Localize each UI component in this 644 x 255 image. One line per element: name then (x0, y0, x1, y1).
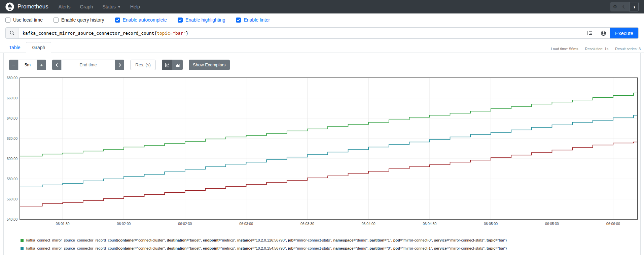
svg-text:06:04:00: 06:04:00 (362, 222, 375, 226)
svg-text:06:01:30: 06:01:30 (56, 222, 70, 226)
query-token-default: kafka_connect_mirror_source_connector_re… (23, 31, 157, 36)
range-input[interactable] (18, 60, 37, 70)
checked-checkbox-icon (236, 18, 241, 23)
checkbox-label: Enable autocomplete (123, 17, 167, 23)
tab-table[interactable]: Table (3, 42, 26, 53)
legend-item[interactable]: kafka_connect_mirror_source_connector_re… (21, 244, 640, 252)
search-addon (6, 28, 19, 38)
nav-link-alerts[interactable]: Alerts (54, 4, 75, 9)
query-stats: Load time: 56ms Resolution: 1s Result se… (551, 47, 641, 53)
checkbox-label: Enable highlighting (185, 17, 225, 23)
chevron-down-icon: ▼ (117, 5, 121, 9)
checked-checkbox-icon (178, 18, 183, 23)
graph-toolbar: − + (4, 53, 640, 70)
checkbox-label: Enable query history (61, 17, 104, 23)
nav-link-graph[interactable]: Graph (75, 4, 98, 9)
execute-button[interactable]: Execute (610, 28, 638, 38)
checked-checkbox-icon (115, 18, 120, 23)
contrast-icon: ◑ (632, 4, 635, 10)
nav-link-status[interactable]: Status▼ (98, 4, 126, 9)
prometheus-logo-icon (5, 2, 14, 11)
tabs-row: Table Graph Load time: 56ms Resolution: … (0, 41, 644, 53)
svg-text:06:02:00: 06:02:00 (117, 222, 131, 226)
navbar: Prometheus AlertsGraphStatus▼Help ⚙☾◑ (0, 0, 644, 13)
resolution-input[interactable] (130, 60, 156, 70)
range-decrease-button[interactable]: − (9, 60, 18, 70)
checkbox-enable-query-history[interactable]: Enable query history (53, 17, 104, 23)
contrast-theme-button[interactable]: ◑ (629, 2, 639, 11)
svg-text:06:05:30: 06:05:30 (545, 222, 559, 226)
brand-title: Prometheus (17, 3, 48, 10)
metrics-explorer-icon (587, 30, 593, 36)
theme-toggle-group: ⚙☾◑ (610, 2, 639, 11)
query-expression-input[interactable]: kafka_connect_mirror_source_connector_re… (19, 28, 583, 38)
line-chart-icon (165, 62, 170, 68)
stacked-chart-icon (175, 62, 180, 68)
svg-text:640.00: 640.00 (7, 116, 17, 120)
graph-panel: − + (3, 53, 641, 255)
svg-text:560.00: 560.00 (7, 197, 17, 201)
series-color-swatch (21, 239, 24, 242)
query-token-default: = (170, 31, 173, 36)
series-label-text: kafka_connect_mirror_source_connector_re… (26, 238, 507, 242)
svg-text:580.00: 580.00 (7, 177, 17, 181)
svg-text:06:06:00: 06:06:00 (606, 222, 620, 226)
nav-link-help[interactable]: Help (126, 4, 145, 9)
svg-text:540.00: 540.00 (7, 217, 17, 221)
checkbox-enable-linter[interactable]: Enable linter (236, 17, 270, 23)
nav-links: AlertsGraphStatus▼Help (54, 4, 145, 9)
query-icon-buttons (583, 28, 610, 38)
svg-text:06:03:00: 06:03:00 (239, 222, 253, 226)
options-row: Use local timeEnable query historyEnable… (0, 13, 644, 25)
result-series-stat: Result series: 3 (615, 47, 641, 51)
query-token-default: } (186, 31, 188, 36)
line-chart-toggle-button[interactable] (162, 60, 172, 70)
graph-canvas[interactable]: 540.00560.00580.00600.00620.00640.00660.… (4, 75, 639, 227)
query-group: kafka_connect_mirror_source_connector_re… (5, 27, 639, 39)
unchecked-checkbox-icon (5, 18, 10, 23)
checkbox-use-local-time[interactable]: Use local time (5, 17, 43, 23)
time-forward-button[interactable] (115, 60, 124, 70)
metrics-explorer-button[interactable] (583, 28, 597, 38)
checkbox-label: Use local time (13, 17, 43, 23)
checkbox-enable-autocomplete[interactable]: Enable autocomplete (115, 17, 167, 23)
tab-graph[interactable]: Graph (26, 42, 51, 53)
search-icon (9, 30, 15, 36)
checkbox-label: Enable linter (244, 17, 270, 23)
chevron-right-icon (118, 63, 122, 67)
moon-theme-button[interactable]: ☾ (620, 2, 629, 11)
svg-text:600.00: 600.00 (7, 157, 17, 161)
query-token-string: "bar" (173, 31, 186, 36)
chevron-left-icon (55, 63, 59, 67)
show-exemplars-button[interactable]: Show Exemplars (189, 60, 230, 70)
svg-text:660.00: 660.00 (7, 96, 17, 100)
globe-icon (601, 30, 606, 36)
svg-text:06:03:30: 06:03:30 (300, 222, 314, 226)
prometheus-brand[interactable]: Prometheus (5, 2, 48, 11)
graph-area: 540.00560.00580.00600.00620.00640.00660.… (4, 70, 640, 229)
load-time-stat: Load time: 56ms (551, 47, 578, 51)
resolution-stat: Resolution: 1s (585, 47, 608, 51)
stacked-chart-toggle-button[interactable] (172, 60, 183, 70)
svg-text:680.00: 680.00 (7, 76, 17, 80)
settings-icon: ⚙ (613, 4, 617, 10)
end-time-input[interactable] (61, 60, 115, 70)
svg-text:620.00: 620.00 (7, 136, 17, 140)
unchecked-checkbox-icon (53, 18, 59, 23)
query-token-label: topic (157, 31, 170, 36)
checkbox-enable-highlighting[interactable]: Enable highlighting (178, 17, 225, 23)
series-label-text: kafka_connect_mirror_source_connector_re… (26, 246, 507, 250)
series-color-swatch (21, 247, 24, 250)
svg-text:06:04:30: 06:04:30 (423, 222, 437, 226)
range-increase-button[interactable]: + (37, 60, 46, 70)
query-row: kafka_connect_mirror_source_connector_re… (0, 25, 644, 41)
legend-item[interactable]: kafka_connect_mirror_source_connector_re… (21, 252, 640, 255)
legend-item[interactable]: kafka_connect_mirror_source_connector_re… (21, 236, 640, 244)
svg-text:06:02:30: 06:02:30 (178, 222, 192, 226)
svg-text:06:05:00: 06:05:00 (484, 222, 498, 226)
graph-legend: kafka_connect_mirror_source_connector_re… (21, 236, 640, 255)
settings-theme-button[interactable]: ⚙ (610, 2, 620, 11)
moon-icon: ☾ (622, 4, 627, 10)
explain-query-button[interactable] (597, 28, 610, 38)
time-back-button[interactable] (52, 60, 61, 70)
